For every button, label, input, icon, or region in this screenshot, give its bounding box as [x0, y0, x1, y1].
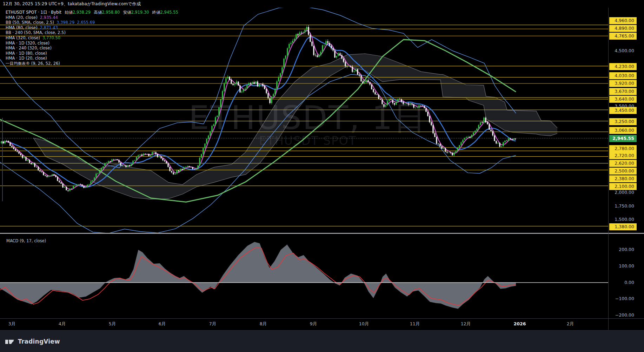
indicator-label: HMA (20, close) — [6, 15, 38, 20]
time-tick-label: 7月 — [209, 321, 216, 327]
tradingview-chart-window: 12月 30, 2025 15:29 UTC+9、takatabaがTradin… — [0, 0, 644, 352]
macd-tick-label: 200.00 — [609, 246, 637, 253]
price-level-label: 4,030.00 — [609, 72, 637, 79]
legend-symbol-row[interactable]: ETHUSDT SPOT · 1日 · Bybit始値2,938.29高値2,9… — [6, 10, 178, 15]
legend-row[interactable]: HMA · 1D (20, close) — [6, 56, 47, 61]
indicator-label: HMA · 240 (320, close) — [6, 46, 52, 50]
time-tick-label: 10月 — [359, 321, 369, 327]
watermark-symbol: ETHUSDT, 1日 — [189, 99, 427, 137]
ohlc-value: 2,945.55 — [160, 10, 178, 15]
creation-note: 12月 30, 2025 15:29 UTC+9、takatabaがTradin… — [3, 1, 141, 7]
macd-tick-label: −200.00 — [609, 312, 637, 319]
legend-row[interactable]: HMA (80, close)2,871.43 — [6, 25, 58, 30]
ohlc-value: 2,958.80 — [102, 10, 120, 15]
legend-row[interactable]: HMA · 240 (320, close) — [6, 46, 52, 50]
ohlc-label: 終値 — [152, 10, 160, 15]
legend-row[interactable]: HMA (20, close)2,935.44 — [6, 15, 58, 20]
tradingview-logo-icon[interactable] — [5, 338, 15, 345]
legend-row[interactable]: 一目均衡表® (9, 26, 52, 26) — [6, 61, 60, 66]
indicator-label: HMA · 1D (80, close) — [6, 51, 47, 56]
indicator-value: 3,398.29 — [57, 20, 74, 25]
macd-tick-label: 0.00 — [609, 279, 637, 286]
legend-row[interactable]: HMA (320, close)3,770.50 — [6, 35, 60, 40]
price-scale[interactable]: 4,500.003,500.002,000.001,750.001,500.00… — [608, 0, 644, 330]
legend-row[interactable]: HMA · 1D (80, close) — [6, 51, 47, 56]
price-level-label: 4,230.00 — [609, 63, 637, 70]
indicator-value: 2,655.69 — [77, 20, 95, 25]
time-tick-label: 2月 — [567, 321, 574, 327]
price-level-label: 3,670.00 — [609, 88, 637, 95]
macd-indicator-label[interactable]: MACD (9, 17, close) — [6, 238, 46, 243]
price-level-label: 3,450.00 — [609, 107, 637, 114]
time-tick-label: 9月 — [310, 321, 317, 327]
macd-tick-label: −100.00 — [609, 295, 637, 302]
price-level-label: 4,960.00 — [609, 17, 637, 24]
footer-bar: TradingView — [0, 330, 644, 352]
indicator-value: 2,871.43 — [40, 25, 58, 30]
price-level-label: 4,765.00 — [609, 33, 637, 40]
indicator-value: 2,935.44 — [40, 15, 58, 20]
time-tick-label: 5月 — [109, 321, 116, 327]
price-level-label: 2,500.00 — [609, 168, 637, 175]
price-level-label: 2,780.00 — [609, 145, 637, 152]
price-tick-label: 2,000.00 — [609, 189, 637, 196]
time-tick-label: 12月 — [461, 321, 471, 327]
time-scale[interactable]: 3月4月5月6月7月8月9月10月11月12月20262月 — [0, 319, 644, 330]
time-tick-label: 6月 — [159, 321, 166, 327]
indicator-label: HMA (320, close) — [6, 35, 40, 40]
current-price-label: 2,945.55 — [609, 135, 637, 142]
price-tick-label: 1,750.00 — [609, 203, 637, 210]
time-tick-label: 3月 — [8, 321, 15, 327]
price-level-label: 2,100.00 — [609, 183, 637, 190]
price-level-label: 2,720.00 — [609, 152, 637, 159]
indicator-value: 3,770.50 — [42, 35, 60, 40]
time-tick-label: 2026 — [514, 321, 526, 326]
ohlc-label: 高値 — [94, 10, 102, 15]
price-level-label: 2,620.00 — [609, 160, 637, 167]
ohlc-label: 安値 — [123, 10, 131, 15]
indicator-label: BB · 240 (50, SMA, close, 2.5) — [6, 30, 66, 35]
time-tick-label: 11月 — [410, 321, 420, 327]
symbol-title: ETHUSDT SPOT · 1日 · Bybit — [6, 10, 61, 15]
price-tick-label: 4,500.00 — [609, 47, 637, 54]
legend-row[interactable]: BB · 240 (50, SMA, close, 2.5) — [6, 30, 66, 35]
legend-row[interactable]: HMA · 1D (320, close) — [6, 41, 49, 46]
tradingview-brand[interactable]: TradingView — [18, 338, 60, 345]
price-level-label: 4,890.00 — [609, 25, 637, 32]
ohlc-value: 2,938.29 — [73, 10, 91, 15]
indicator-label: HMA · 1D (320, close) — [6, 41, 49, 46]
ohlc-label: 始値 — [65, 10, 73, 15]
price-tick-label: 1,500.00 — [609, 216, 637, 223]
price-level-label: 2,380.00 — [609, 175, 637, 182]
macd-tick-label: 100.00 — [609, 263, 637, 270]
price-level-label: 3,920.00 — [609, 80, 637, 87]
legend-row[interactable]: BB (50, SMA, close, 2.5)3,398.292,655.69 — [6, 20, 95, 25]
price-level-label: 3,250.00 — [609, 118, 637, 125]
price-level-label: 1,380.00 — [609, 223, 637, 230]
indicator-label: BB (50, SMA, close, 2.5) — [6, 20, 54, 25]
time-tick-label: 8月 — [260, 321, 267, 327]
price-level-label: 3,060.00 — [609, 127, 637, 134]
time-tick-label: 4月 — [59, 321, 66, 327]
price-level-label: 3,640.00 — [609, 96, 637, 103]
main-chart-canvas[interactable]: ETHUSDT, 1日 ETHUSDT SPOT — [0, 0, 644, 352]
ohlc-value: 2,919.30 — [131, 10, 149, 15]
indicator-label: HMA · 1D (20, close) — [6, 56, 47, 61]
indicator-label: 一目均衡表® (9, 26, 52, 26) — [6, 61, 60, 66]
indicator-label: HMA (80, close) — [6, 25, 38, 30]
